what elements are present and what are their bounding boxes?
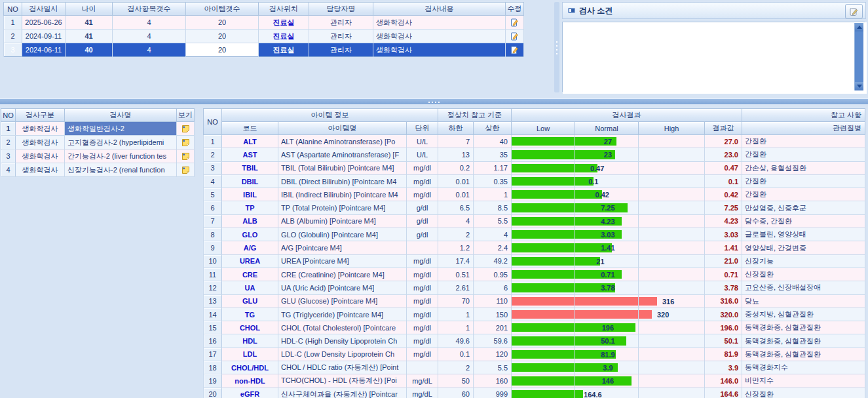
cell-high-limit[interactable]: 59.6: [474, 334, 512, 348]
cell-high-limit[interactable]: 999: [474, 388, 512, 398]
cell-unit[interactable]: mg/dl: [407, 281, 438, 294]
cell-bar-low[interactable]: [512, 388, 575, 398]
column-header[interactable]: 담당자명: [309, 3, 373, 16]
cell-bar-low[interactable]: [512, 148, 575, 161]
column-header[interactable]: 수정: [506, 3, 524, 16]
cell-item-count[interactable]: 20: [186, 43, 259, 57]
cell-disease[interactable]: 동맥경화지수: [742, 361, 865, 374]
edit-row-button[interactable]: [506, 43, 524, 57]
cell-age[interactable]: 41: [66, 30, 113, 43]
cell-disease[interactable]: 담수증, 간질환: [742, 214, 865, 228]
column-header[interactable]: 검사내용: [373, 3, 506, 16]
cell-no[interactable]: 4: [1, 163, 16, 177]
cell-bar-low[interactable]: [512, 361, 575, 374]
cell-unit[interactable]: mg/dl: [407, 268, 438, 281]
cell-bar-low[interactable]: [512, 348, 575, 361]
cell-bar-normal[interactable]: 164.6: [575, 388, 639, 398]
cell-item-count[interactable]: 20: [186, 16, 259, 30]
cell-disease[interactable]: 간질환: [742, 174, 865, 188]
cell-low-limit[interactable]: 50: [438, 374, 474, 388]
cell-item-name[interactable]: LDL-C (Low Density Lipoprotein Ch: [278, 348, 407, 361]
cell-code[interactable]: eGFR: [222, 388, 278, 398]
col-header-low-limit[interactable]: 하한: [438, 122, 474, 135]
cell-result-value[interactable]: 196.0: [705, 321, 742, 334]
view-note-button[interactable]: [177, 163, 195, 177]
cell-result-value[interactable]: 21.0: [705, 254, 742, 268]
edit-findings-button[interactable]: [845, 4, 863, 19]
cell-bar-high[interactable]: [639, 201, 705, 214]
cell-no[interactable]: 9: [204, 241, 222, 254]
cell-bar-low[interactable]: [512, 188, 575, 201]
cell-unit[interactable]: g/dl: [407, 228, 438, 241]
cell-no[interactable]: 13: [204, 294, 222, 308]
cell-no[interactable]: 3: [1, 149, 16, 163]
cell-bar-low[interactable]: [512, 161, 575, 174]
cell-result-value[interactable]: 320.0: [705, 308, 742, 321]
cell-bar-low[interactable]: [512, 135, 575, 148]
cell-no[interactable]: 2: [1, 136, 16, 149]
cell-content[interactable]: 생화학검사: [373, 30, 506, 43]
col-header-high-limit[interactable]: 상한: [474, 122, 512, 135]
cell-result-value[interactable]: 27.0: [705, 135, 742, 148]
cell-category[interactable]: 생화학검사: [16, 122, 65, 136]
cell-test-name[interactable]: 고지혈증검사-2 (hyperlipidemi: [65, 136, 177, 149]
col-group-result[interactable]: 검사결과: [512, 109, 742, 122]
cell-disease[interactable]: 당뇨: [742, 294, 865, 308]
cell-low-limit[interactable]: 2.61: [438, 281, 474, 294]
cell-result-value[interactable]: 4.23: [705, 214, 742, 228]
cell-bar-high[interactable]: [639, 388, 705, 398]
cell-bar-normal[interactable]: 7.25: [575, 201, 639, 214]
col-header-disease[interactable]: 관련질병: [742, 122, 865, 135]
cell-bar-normal[interactable]: 3.78: [575, 281, 639, 294]
cell-bar-normal[interactable]: 0.71: [575, 268, 639, 281]
cell-high-limit[interactable]: 4: [474, 228, 512, 241]
cell-location[interactable]: 진료실: [259, 43, 309, 57]
col-header-code[interactable]: 코드: [222, 122, 278, 135]
edit-row-button[interactable]: [506, 30, 524, 43]
col-header-result-value[interactable]: 결과값: [705, 122, 742, 135]
cell-no[interactable]: 3: [4, 43, 22, 57]
column-header[interactable]: 아이템갯수: [186, 3, 259, 16]
cell-item-count[interactable]: 20: [186, 30, 259, 43]
cell-bar-low[interactable]: [512, 294, 575, 308]
column-header[interactable]: NO: [4, 3, 22, 16]
cell-disease[interactable]: 글로불린, 영양상태: [742, 228, 865, 241]
scroll-down-icon[interactable]: [855, 82, 863, 90]
view-note-button[interactable]: [177, 122, 195, 136]
cell-bar-normal[interactable]: [575, 308, 639, 321]
cell-bar-high[interactable]: [639, 161, 705, 174]
cell-bar-normal[interactable]: 3.9: [575, 361, 639, 374]
cell-low-limit[interactable]: 7: [438, 135, 474, 148]
cell-high-limit[interactable]: 120: [474, 348, 512, 361]
cell-bar-high[interactable]: [639, 148, 705, 161]
cell-no[interactable]: 18: [204, 361, 222, 374]
cell-high-limit[interactable]: 8.5: [474, 201, 512, 214]
cell-code[interactable]: LDL: [222, 348, 278, 361]
cell-code[interactable]: TBIL: [222, 161, 278, 174]
cell-bar-high[interactable]: [639, 268, 705, 281]
cell-test-count[interactable]: 4: [113, 43, 186, 57]
cell-code[interactable]: CRE: [222, 268, 278, 281]
cell-manager[interactable]: 관리자: [309, 30, 373, 43]
view-note-button[interactable]: [177, 136, 195, 149]
cell-low-limit[interactable]: 49.6: [438, 334, 474, 348]
cell-unit[interactable]: mg/dl: [407, 188, 438, 201]
cell-no[interactable]: 1: [204, 135, 222, 148]
cell-bar-high[interactable]: [639, 135, 705, 148]
cell-code[interactable]: IBIL: [222, 188, 278, 201]
cell-test-name[interactable]: 생화학일반검사-2: [65, 122, 177, 136]
cell-no[interactable]: 20: [204, 388, 222, 398]
cell-item-name[interactable]: ALB (Albumin) [Pointcare M4]: [278, 214, 407, 228]
cell-low-limit[interactable]: 1: [438, 321, 474, 334]
cell-bar-low[interactable]: [512, 214, 575, 228]
cell-result-value[interactable]: 0.42: [705, 188, 742, 201]
cell-code[interactable]: non-HDL: [222, 374, 278, 388]
cell-result-value[interactable]: 0.1: [705, 174, 742, 188]
cell-no[interactable]: 4: [204, 174, 222, 188]
cell-no[interactable]: 12: [204, 281, 222, 294]
cell-bar-high[interactable]: [639, 321, 705, 334]
cell-unit[interactable]: g/dl: [407, 201, 438, 214]
findings-textarea[interactable]: [563, 22, 867, 94]
cell-low-limit[interactable]: 13: [438, 148, 474, 161]
cell-disease[interactable]: 신장질환: [742, 388, 865, 398]
